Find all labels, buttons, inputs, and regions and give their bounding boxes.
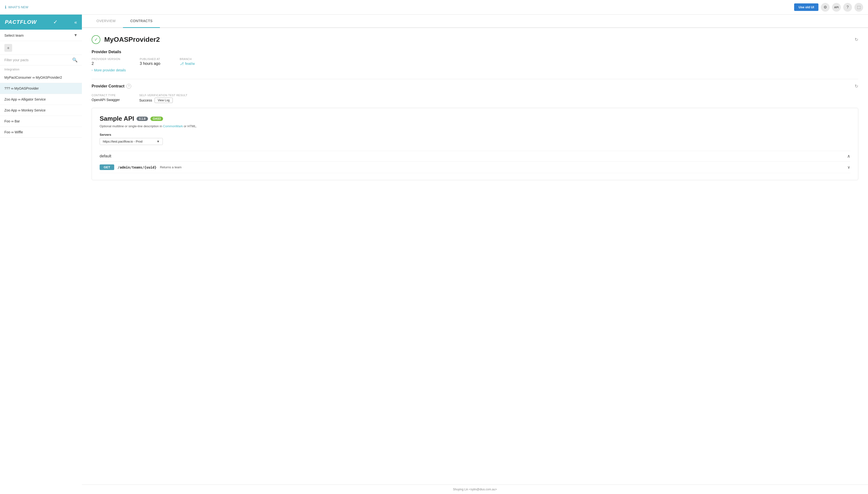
servers-label: Servers bbox=[99, 133, 850, 136]
api-title: Sample API bbox=[99, 115, 134, 122]
sidebar-logo-area: PACTFLOW ✓ « bbox=[0, 15, 82, 30]
search-icon[interactable]: 🔍 bbox=[72, 57, 77, 63]
footer-text: Shuying Lin <sylin@dius.com.au> bbox=[453, 488, 497, 491]
branch-label: BRANCH bbox=[180, 58, 195, 60]
git-branch-icon: ⎇ bbox=[180, 62, 184, 65]
view-log-button[interactable]: View Log bbox=[154, 98, 173, 103]
sidebar-item-foo-bar[interactable]: Foo ∞ Bar bbox=[0, 116, 82, 127]
sidebar-item-label: ??? ∞ MyOASProvider bbox=[4, 87, 39, 90]
top-bar: ℹ WHAT'S NEW Use old UI ⚙ API ? ⬚ bbox=[0, 0, 868, 15]
contract-help-icon[interactable]: ? bbox=[126, 84, 131, 89]
sidebar-item-label: MyPactConsumer ∞ MyOASProvider2 bbox=[4, 76, 62, 79]
help-button[interactable]: ? bbox=[843, 3, 852, 12]
dropdown-arrow-icon: ▼ bbox=[74, 33, 77, 37]
select-team-dropdown[interactable]: Select team ▼ bbox=[0, 30, 82, 41]
default-section-label: default bbox=[99, 154, 111, 158]
sidebar-item-label: Foo ∞ Wiffle bbox=[4, 130, 23, 134]
sidebar-item-label: Foo ∞ Bar bbox=[4, 119, 20, 123]
sidebar-item-zoo-monkey[interactable]: Zoo App ∞ Monkey Service bbox=[0, 105, 82, 116]
sidebar-item-label: Zoo App ∞ Monkey Service bbox=[4, 108, 46, 112]
api-title-row: Sample API 0.1.9 OAS3 bbox=[99, 115, 850, 122]
select-team-label: Select team bbox=[4, 33, 23, 37]
tabs-nav: OVERVIEW CONTRACTS bbox=[82, 15, 868, 28]
sidebar-section-label: Integration bbox=[0, 65, 82, 72]
method-badge: GET bbox=[99, 165, 114, 170]
main-panel: OVERVIEW CONTRACTS ✓ MyOASProvider2 ↻ Pr… bbox=[82, 15, 868, 494]
header-left: ℹ WHAT'S NEW bbox=[5, 5, 28, 10]
provider-version-label: PROVIDER VERSION bbox=[92, 58, 120, 60]
sidebar-collapse-button[interactable]: « bbox=[74, 19, 77, 25]
published-at-value: 3 hours ago bbox=[140, 61, 160, 65]
add-button[interactable]: ＋ bbox=[4, 44, 12, 52]
sidebar: PACTFLOW ✓ « Select team ▼ ＋ 🔍 Integrati… bbox=[0, 15, 82, 494]
default-section: default ∧ GET /admin/teams/{uuid} Return… bbox=[99, 151, 850, 173]
whats-new-link[interactable]: WHAT'S NEW bbox=[8, 5, 28, 9]
logo-text: PACTFLOW bbox=[5, 19, 37, 25]
collapse-icon: ∧ bbox=[847, 153, 850, 159]
main-content: ✓ MyOASProvider2 ↻ Provider Details PROV… bbox=[82, 28, 868, 484]
commonmark-link[interactable]: CommonMark bbox=[163, 125, 183, 128]
self-verify-result-area: Success View Log bbox=[139, 98, 187, 103]
endpoint-row[interactable]: GET /admin/teams/{uuid} Returns a team ∨ bbox=[99, 162, 850, 173]
published-at-label: PUBLISHED AT bbox=[140, 58, 160, 60]
self-verify-label: SELF-VERIFICATION TEST RESULT bbox=[139, 94, 187, 97]
provider-contract-title: Provider Contract bbox=[92, 84, 125, 89]
refresh-icon[interactable]: ↻ bbox=[855, 37, 858, 42]
contract-type-label: CONTRACT TYPE bbox=[92, 94, 120, 97]
contract-details-grid: CONTRACT TYPE OpenAPI Swagger SELF-VERIF… bbox=[92, 94, 858, 103]
server-select-dropdown[interactable]: https://test.pactflow.io - Prod ▼ bbox=[99, 138, 163, 145]
api-button[interactable]: API bbox=[832, 3, 841, 12]
provider-version-value: 2 bbox=[92, 61, 94, 65]
more-details-arrow-icon: › bbox=[92, 69, 93, 72]
self-verify-result: Success bbox=[139, 98, 152, 102]
server-select-arrow-icon: ▼ bbox=[156, 140, 160, 143]
contract-refresh-icon[interactable]: ↻ bbox=[855, 83, 858, 89]
branch-value: ⎇ feat/w bbox=[180, 61, 195, 65]
provider-title: MyOASProvider2 bbox=[104, 36, 160, 43]
contract-type-item: CONTRACT TYPE OpenAPI Swagger bbox=[92, 94, 120, 103]
more-details-link[interactable]: › More provider details bbox=[92, 68, 858, 72]
published-at-item: PUBLISHED AT 3 hours ago bbox=[140, 58, 160, 66]
use-old-ui-button[interactable]: Use old UI bbox=[794, 3, 818, 11]
servers-section: Servers https://test.pactflow.io - Prod … bbox=[99, 133, 850, 145]
sidebar-content: Select team ▼ ＋ 🔍 Integration MyPactCons… bbox=[0, 30, 82, 494]
default-section-header[interactable]: default ∧ bbox=[99, 151, 850, 162]
footer-bar: Shuying Lin <sylin@dius.com.au> bbox=[82, 484, 868, 494]
api-description: Optional multiline or single-line descri… bbox=[99, 125, 850, 128]
logo-icon: ✓ bbox=[53, 19, 58, 25]
oas3-badge: OAS3 bbox=[150, 117, 163, 121]
header-right: Use old UI ⚙ API ? ⬚ bbox=[794, 3, 863, 12]
provider-title-area: ✓ MyOASProvider2 bbox=[92, 35, 160, 44]
provider-details-title: Provider Details bbox=[92, 50, 858, 54]
sidebar-item-label: Zoo App ∞ Alligator Service bbox=[4, 97, 46, 101]
user-button[interactable]: ⬚ bbox=[854, 3, 863, 12]
provider-details: Provider Details PROVIDER VERSION 2 PUBL… bbox=[92, 50, 858, 72]
tab-contracts[interactable]: CONTRACTS bbox=[123, 15, 160, 28]
provider-contract-header: Provider Contract ? ↻ bbox=[92, 83, 858, 89]
app-body: PACTFLOW ✓ « Select team ▼ ＋ 🔍 Integrati… bbox=[0, 15, 868, 494]
status-icon: ✓ bbox=[92, 35, 100, 44]
filter-row: 🔍 bbox=[0, 55, 82, 65]
endpoint-path: /admin/teams/{uuid} bbox=[117, 165, 156, 169]
info-icon: ℹ bbox=[5, 5, 6, 10]
sidebar-item-mypactconsumer-myoasprovider2[interactable]: MyPactConsumer ∞ MyOASProvider2 bbox=[0, 72, 82, 83]
sidebar-item-myoasprovider[interactable]: ??? ∞ MyOASProvider bbox=[0, 83, 82, 94]
provider-contract-title-area: Provider Contract ? bbox=[92, 84, 131, 89]
self-verify-item: SELF-VERIFICATION TEST RESULT Success Vi… bbox=[139, 94, 187, 103]
settings-button[interactable]: ⚙ bbox=[821, 3, 830, 12]
contract-type-value: OpenAPI Swagger bbox=[92, 98, 120, 102]
version-badge: 0.1.9 bbox=[136, 117, 148, 121]
filter-input[interactable] bbox=[4, 58, 72, 62]
endpoint-expand-icon: ∨ bbox=[847, 165, 850, 170]
sidebar-item-zoo-alligator[interactable]: Zoo App ∞ Alligator Service bbox=[0, 94, 82, 105]
endpoint-desc: Returns a team bbox=[160, 165, 844, 169]
api-doc-box: Sample API 0.1.9 OAS3 Optional multiline… bbox=[92, 108, 858, 180]
provider-version-item: PROVIDER VERSION 2 bbox=[92, 58, 120, 66]
provider-header: ✓ MyOASProvider2 ↻ bbox=[92, 35, 858, 44]
sidebar-item-foo-wiffle[interactable]: Foo ∞ Wiffle bbox=[0, 127, 82, 138]
branch-item: BRANCH ⎇ feat/w bbox=[180, 58, 195, 65]
tab-overview[interactable]: OVERVIEW bbox=[89, 15, 123, 28]
add-row: ＋ bbox=[0, 41, 82, 55]
provider-details-grid: PROVIDER VERSION 2 PUBLISHED AT 3 hours … bbox=[92, 58, 858, 66]
